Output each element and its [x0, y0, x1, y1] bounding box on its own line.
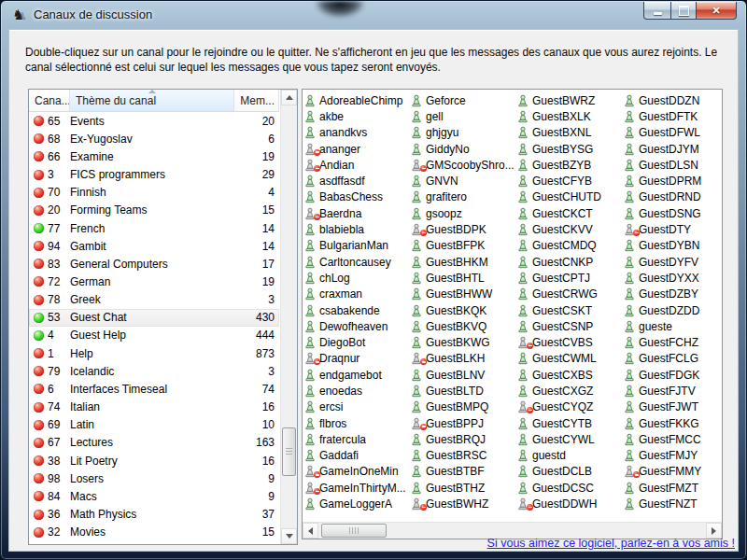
- user-item[interactable]: GuestBXLK: [517, 108, 624, 124]
- user-item[interactable]: blabiebla: [304, 221, 411, 237]
- user-item[interactable]: GameLoggerA: [304, 496, 411, 511]
- user-item[interactable]: chLog: [304, 270, 411, 286]
- user-item[interactable]: GuestFDGK: [624, 367, 723, 383]
- channel-row[interactable]: 65Events20: [29, 112, 279, 130]
- channel-row[interactable]: 32Movies15: [29, 524, 279, 541]
- channel-row[interactable]: 4Guest Help444: [29, 327, 279, 344]
- user-item[interactable]: GuestBWRZ: [517, 92, 624, 108]
- user-item[interactable]: GuestDYFV: [624, 254, 723, 270]
- channel-row[interactable]: 66Examine19: [29, 147, 279, 165]
- scroll-down-button[interactable]: [281, 528, 297, 544]
- user-item[interactable]: BulgarianMan: [304, 238, 411, 254]
- user-item[interactable]: GuestDCLB: [517, 464, 624, 480]
- user-item[interactable]: GuestCSNP: [517, 318, 624, 334]
- channel-row[interactable]: 77French14: [29, 219, 279, 237]
- user-item[interactable]: GNVN: [411, 173, 517, 189]
- user-item[interactable]: GuestCYWL: [517, 431, 624, 447]
- channel-row[interactable]: 98Losers9: [29, 469, 279, 487]
- user-item[interactable]: GuestDFWL: [624, 125, 723, 141]
- user-item[interactable]: Draqnur: [304, 351, 411, 367]
- scroll-left-button[interactable]: [303, 523, 318, 539]
- user-item[interactable]: Gaddafi: [304, 448, 411, 464]
- user-item[interactable]: GuestBTBF: [411, 464, 517, 480]
- user-item[interactable]: GuestDCSC: [517, 480, 624, 496]
- user-item[interactable]: Dewofheaven: [304, 318, 411, 334]
- user-item[interactable]: GuestBKWG: [411, 334, 517, 350]
- user-item[interactable]: GuestDDZN: [624, 92, 723, 108]
- user-item[interactable]: GuestCNKP: [517, 254, 624, 270]
- user-item[interactable]: GuestBTHZ: [411, 480, 517, 496]
- user-item[interactable]: GuestFMMY: [624, 464, 723, 480]
- user-item[interactable]: GuestFJTV: [624, 383, 723, 399]
- user-item[interactable]: GuestCYQZ: [517, 399, 624, 415]
- user-item[interactable]: ghjgyu: [411, 125, 517, 141]
- user-item[interactable]: GuestBHWW: [411, 287, 517, 302]
- user-item[interactable]: DiegoBot: [304, 334, 411, 350]
- channel-row[interactable]: 68Ex-Yugoslav6: [29, 130, 279, 147]
- user-item[interactable]: GuestBPPJ: [411, 415, 517, 431]
- minimize-button[interactable]: [643, 2, 671, 20]
- channel-row[interactable]: 1Help873: [29, 344, 279, 362]
- user-item[interactable]: grafitero: [411, 189, 517, 205]
- user-item[interactable]: BabasChess: [304, 189, 411, 205]
- user-item[interactable]: GuestBKQK: [411, 302, 517, 318]
- user-item[interactable]: ananger: [304, 141, 411, 157]
- channel-row[interactable]: 53Guest Chat430: [29, 309, 279, 327]
- user-item[interactable]: ercsi: [304, 399, 411, 415]
- channel-row[interactable]: 83General Computers17: [29, 255, 279, 273]
- user-item[interactable]: csabakende: [304, 302, 411, 318]
- user-item[interactable]: GuestCMDQ: [517, 238, 624, 254]
- user-item[interactable]: GMScoobyShro...: [411, 157, 517, 173]
- user-item[interactable]: GuestFMJY: [624, 448, 723, 464]
- channel-row[interactable]: 70Finnish4: [29, 184, 279, 202]
- user-item[interactable]: Andian: [304, 157, 411, 173]
- user-item[interactable]: GuestDLSN: [624, 157, 723, 173]
- user-item[interactable]: GuestDJYM: [624, 141, 723, 157]
- user-item[interactable]: GuestBLKH: [411, 351, 517, 367]
- user-item[interactable]: GiddyNo: [411, 141, 517, 157]
- user-item[interactable]: GuestBWHZ: [411, 496, 517, 511]
- close-button[interactable]: ✕: [696, 2, 737, 20]
- channel-row[interactable]: 69Latin10: [29, 416, 279, 434]
- column-header-channel[interactable]: Cana...: [29, 90, 70, 112]
- user-item[interactable]: gell: [411, 108, 517, 124]
- channel-row[interactable]: 36Math Physics37: [29, 505, 279, 523]
- user-item[interactable]: GuestFMZT: [624, 480, 723, 496]
- user-item[interactable]: fratercula: [304, 431, 411, 447]
- user-item[interactable]: flbros: [304, 415, 411, 431]
- user-item[interactable]: GuestCYTB: [517, 415, 624, 431]
- user-item[interactable]: GuestDZDD: [624, 302, 723, 318]
- user-item[interactable]: GuestFKKG: [624, 415, 723, 431]
- user-item[interactable]: GuestBLTD: [411, 383, 517, 399]
- user-item[interactable]: GuestBMPQ: [411, 399, 517, 415]
- table-vertical-scrollbar[interactable]: [280, 90, 297, 544]
- user-item[interactable]: GuestBXNL: [517, 125, 624, 141]
- user-item[interactable]: GuestDSNG: [624, 205, 723, 221]
- user-item[interactable]: GuestFCHZ: [624, 334, 723, 350]
- user-item[interactable]: GuestCKVV: [517, 221, 624, 237]
- user-item[interactable]: GuestBKVQ: [411, 318, 517, 334]
- user-item[interactable]: asdffasdf: [304, 173, 411, 189]
- user-item[interactable]: GuestBRSC: [411, 448, 517, 464]
- user-item[interactable]: GuestDRND: [624, 189, 723, 205]
- user-item[interactable]: GuestCXBS: [517, 367, 624, 383]
- user-item[interactable]: GuestBHTL: [411, 270, 517, 286]
- user-item[interactable]: GuestBZYB: [517, 157, 624, 173]
- user-item[interactable]: GuestFCLG: [624, 351, 723, 367]
- user-item[interactable]: Carltoncausey: [304, 254, 411, 270]
- user-item[interactable]: GuestCVBS: [517, 334, 624, 350]
- user-item[interactable]: gueste: [624, 318, 723, 334]
- user-item[interactable]: GuestBLNV: [411, 367, 517, 383]
- user-item[interactable]: GuestDFTK: [624, 108, 723, 124]
- user-item[interactable]: Baerdna: [304, 205, 411, 221]
- channel-row[interactable]: 67Lectures163: [29, 434, 279, 452]
- user-item[interactable]: GuestDTY: [624, 221, 723, 237]
- channel-row[interactable]: 79Icelandic3: [29, 362, 279, 380]
- user-item[interactable]: GuestCFYB: [517, 173, 624, 189]
- user-item[interactable]: GuestDYXX: [624, 270, 723, 286]
- vertical-scroll-thumb[interactable]: [282, 427, 296, 476]
- scroll-up-button[interactable]: [281, 90, 297, 105]
- user-item[interactable]: GuestFNZT: [624, 496, 723, 511]
- user-item[interactable]: gsoopz: [411, 205, 517, 221]
- user-item[interactable]: guestd: [517, 448, 624, 464]
